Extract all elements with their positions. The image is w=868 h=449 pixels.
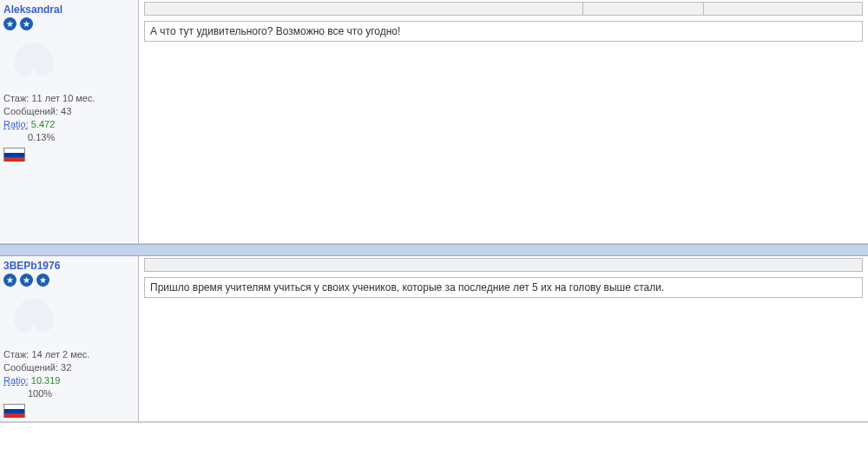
post-message: Пришло время учителям учиться у своих уч… [144,277,863,298]
post-header-bar [144,2,863,16]
post-divider [0,244,868,256]
avatar [3,36,64,83]
flag-russia-icon [3,148,25,162]
star-icon [3,274,16,287]
avatar [3,292,64,340]
star-icon [36,274,49,287]
forum-post: 3BEPb1976 Стаж: 14 лет 2 мес. Сообщений:… [0,256,868,422]
post-user-panel: Aleksandral Стаж: 11 лет 10 мес. Сообщен… [0,0,139,243]
star-icon [20,274,33,287]
user-meta: Стаж: 11 лет 10 мес. Сообщений: 43 Ratio… [3,92,135,144]
messages-label: Сообщений: [3,362,58,373]
percent-value: 100% [3,387,135,400]
quote-tab[interactable] [582,2,704,16]
ratio-value: 10.319 [31,375,61,386]
user-meta: Стаж: 14 лет 2 мес. Сообщений: 32 Ratio:… [3,348,135,400]
messages-value: 43 [61,106,71,116]
username-link[interactable]: 3BEPb1976 [3,260,135,272]
username-link[interactable]: Aleksandral [3,3,135,16]
messages-label: Сообщений: [3,106,58,116]
post-header-bar [144,258,863,272]
ratio-value: 5.472 [31,119,56,129]
flag-russia-icon [3,404,25,418]
user-rank-stars [3,17,135,32]
forum-post: Aleksandral Стаж: 11 лет 10 мес. Сообщен… [0,0,868,244]
seniority-value: 11 лет 10 мес. [31,93,95,103]
seniority-label: Стаж: [3,93,29,103]
ratio-label[interactable]: Ratio: [3,375,29,386]
seniority-label: Стаж: [3,349,29,360]
post-message: А что тут удивительного? Возможно все чт… [144,21,863,42]
messages-value: 32 [61,362,71,373]
user-rank-stars [3,274,135,288]
seniority-value: 14 лет 2 мес. [31,349,89,360]
percent-value: 0.13% [3,131,135,144]
star-icon [3,17,16,30]
post-body: Пришло время учителям учиться у своих уч… [139,256,868,421]
post-user-panel: 3BEPb1976 Стаж: 14 лет 2 мес. Сообщений:… [0,256,139,421]
star-icon [20,17,33,30]
ratio-label[interactable]: Ratio: [3,119,29,129]
post-body: А что тут удивительного? Возможно все чт… [139,0,868,243]
